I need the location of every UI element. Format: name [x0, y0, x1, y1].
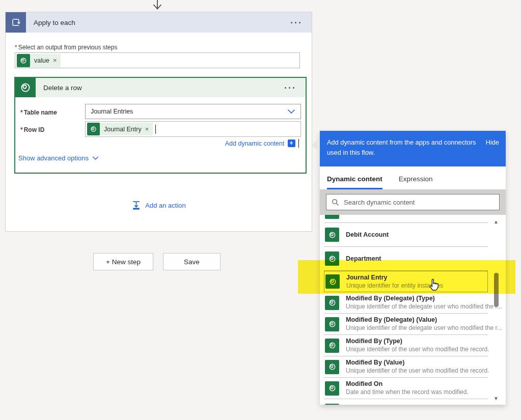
scrollbar-thumb[interactable] — [494, 273, 499, 307]
search-icon — [332, 199, 339, 206]
apply-to-each-menu-button[interactable] — [291, 22, 312, 23]
row-id-label: *Row ID — [20, 126, 44, 133]
delete-a-row-card: Delete a row *Table name Journal Entries… — [14, 77, 307, 174]
row-id-field[interactable]: Journal Entry × — [85, 121, 301, 137]
dynamic-content-item[interactable]: Modified By (Delegate) (Value)Unique ide… — [324, 314, 488, 335]
dataverse-icon — [325, 228, 339, 242]
flow-connector-arrow-icon — [151, 0, 164, 12]
table-name-dropdown[interactable]: Journal Entries — [85, 104, 301, 119]
item-description: Unique identifier of the delegate user w… — [346, 303, 502, 310]
dynamic-content-item[interactable]: Modified By (Value)Unique identifier of … — [324, 356, 488, 378]
delete-a-row-menu-button[interactable] — [285, 87, 306, 89]
add-dynamic-content-link[interactable]: Add dynamic content — [225, 140, 285, 147]
save-button[interactable]: Save — [163, 253, 221, 270]
tab-dynamic-content[interactable]: Dynamic content — [327, 175, 382, 189]
item-description: Date and time when the record was modifi… — [346, 388, 469, 396]
dataverse-icon — [325, 339, 339, 353]
dataverse-icon — [325, 274, 340, 289]
item-title: Department — [346, 255, 381, 263]
dataverse-icon — [325, 404, 339, 405]
chevron-down-icon — [92, 156, 99, 160]
add-dynamic-content-plus-icon[interactable]: + — [288, 139, 295, 147]
dataverse-icon — [87, 123, 100, 135]
new-step-button[interactable]: + New step — [93, 253, 153, 270]
token-label: value — [34, 57, 49, 64]
item-description: Unique identifier for entity instances — [346, 282, 443, 289]
table-name-label: *Table name — [20, 109, 57, 116]
dynamic-content-item[interactable]: Owner (Type) — [324, 399, 488, 405]
panel-tabs: Dynamic content Expression — [320, 166, 506, 189]
item-text: Modified By (Type)Unique identifier of t… — [346, 338, 489, 353]
search-input[interactable]: Search dynamic content — [326, 194, 500, 210]
item-description: Unique identifier of the delegate user w… — [346, 324, 502, 331]
dynamic-content-item[interactable]: Debit Account — [324, 223, 488, 247]
add-an-action-label: Add an action — [145, 202, 186, 209]
apply-to-each-loop-icon — [6, 12, 26, 33]
item-title: Journal Entry — [346, 274, 443, 282]
dataverse-icon — [325, 381, 339, 396]
hide-button[interactable]: Hide — [486, 137, 499, 148]
item-description: Unique identifier of the user who modifi… — [346, 367, 489, 374]
apply-to-each-header[interactable]: Apply to each — [6, 12, 312, 33]
show-advanced-options-link[interactable]: Show advanced options — [18, 154, 89, 162]
text-caret — [298, 139, 299, 148]
required-marker: * — [15, 44, 17, 51]
add-action-icon — [131, 201, 141, 210]
dynamic-content-item[interactable]: Modified By (Type)Unique identifier of t… — [324, 335, 488, 356]
item-text: Journal EntryUnique identifier for entit… — [346, 274, 443, 289]
item-title: Modified On — [346, 380, 469, 388]
item-text: Modified OnDate and time when the record… — [346, 380, 469, 396]
value-token[interactable]: value × — [17, 54, 61, 67]
journal-entry-token[interactable]: Journal Entry × — [87, 123, 153, 135]
panel-header-message: Add dynamic content from the apps and co… — [327, 137, 480, 158]
output-token-field[interactable]: value × — [15, 52, 300, 68]
panel-callout-beak — [311, 138, 320, 152]
scrollbar-down-icon[interactable]: ▼ — [493, 396, 499, 401]
item-text: Debit Account — [346, 231, 389, 239]
apply-to-each-card: Apply to each *Select an output from pre… — [5, 12, 312, 232]
dataverse-icon — [325, 251, 339, 266]
dynamic-content-panel: Add dynamic content from the apps and co… — [320, 131, 506, 405]
dataverse-icon — [325, 360, 339, 374]
add-an-action-button[interactable]: Add an action — [6, 201, 312, 210]
item-description: Unique identifier of the user who modifi… — [346, 346, 489, 353]
dataverse-icon — [17, 54, 30, 67]
dynamic-content-list: Debit AccountDepartmentJournal EntryUniq… — [320, 215, 506, 405]
item-title: Modified By (Delegate) (Value) — [346, 316, 502, 324]
panel-header: Add dynamic content from the apps and co… — [320, 131, 506, 166]
chevron-down-icon — [287, 109, 295, 114]
tab-expression[interactable]: Expression — [399, 175, 433, 189]
item-title: Modified By (Value) — [346, 359, 489, 367]
search-placeholder: Search dynamic content — [344, 199, 415, 206]
scrollbar-up-icon[interactable]: ▲ — [493, 219, 499, 225]
apply-to-each-title: Apply to each — [26, 19, 75, 26]
token-remove-icon[interactable]: × — [145, 125, 149, 133]
item-text: Modified By (Value)Unique identifier of … — [346, 359, 489, 374]
item-text: Modified By (Delegate) (Value)Unique ide… — [346, 316, 502, 331]
text-caret — [155, 125, 156, 134]
item-text: Modified By (Delegate) (Type)Unique iden… — [346, 295, 502, 310]
dataverse-icon — [325, 317, 339, 331]
delete-a-row-header[interactable]: Delete a row — [15, 78, 306, 97]
dynamic-content-item[interactable]: Journal EntryUnique identifier for entit… — [324, 271, 488, 292]
dataverse-icon — [15, 78, 36, 97]
dataverse-icon — [325, 296, 339, 310]
dynamic-content-item[interactable]: Modified By (Delegate) (Type)Unique iden… — [324, 292, 488, 314]
search-area: Search dynamic content — [320, 189, 506, 215]
item-title: Debit Account — [346, 231, 389, 239]
dynamic-content-item[interactable] — [324, 215, 488, 223]
table-name-value: Journal Entries — [91, 108, 133, 115]
dynamic-content-item[interactable]: Modified OnDate and time when the record… — [324, 378, 488, 399]
item-title: Modified By (Type) — [346, 338, 489, 345]
token-label: Journal Entry — [104, 126, 142, 133]
item-title: Modified By (Delegate) (Type) — [346, 295, 502, 302]
dynamic-content-item[interactable]: Department — [324, 247, 488, 271]
output-field-label: *Select an output from previous steps — [15, 44, 117, 51]
token-remove-icon[interactable]: × — [53, 57, 57, 64]
item-text: Department — [346, 255, 381, 263]
dataverse-icon — [325, 215, 339, 219]
delete-a-row-title: Delete a row — [36, 84, 82, 92]
